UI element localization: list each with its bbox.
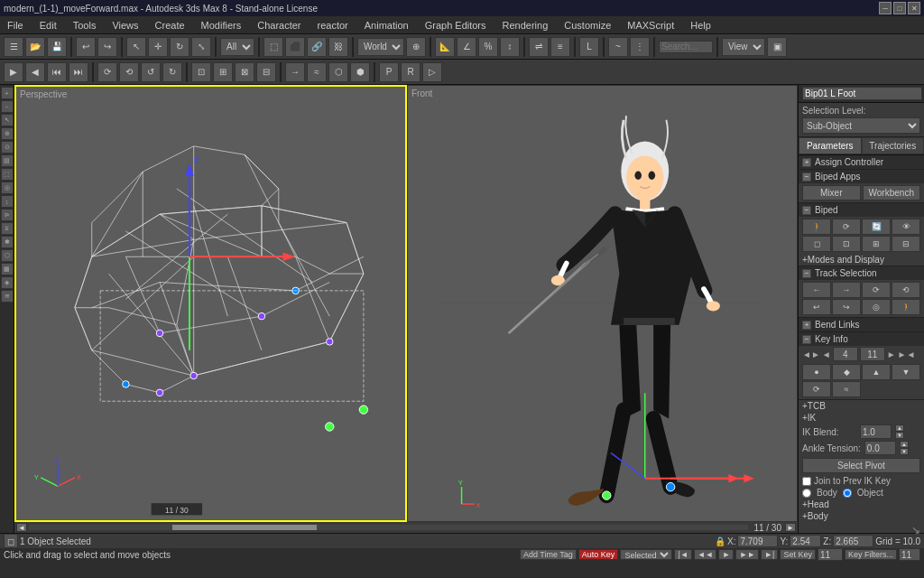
selection-level-dropdown[interactable]: Sub-Object — [802, 117, 920, 134]
ts-icon-1[interactable]: ← — [802, 282, 831, 298]
sel-filter-btn[interactable]: ⬚ — [263, 37, 283, 57]
menu-character[interactable]: Character — [254, 20, 304, 31]
anim-btn2[interactable]: ◀ — [25, 62, 45, 82]
menu-create[interactable]: Create — [152, 20, 189, 31]
ki-right-btn[interactable]: ► — [887, 350, 896, 359]
key-filters-btn[interactable]: Key Filters... — [845, 549, 897, 560]
join-prev-checkbox[interactable] — [802, 477, 811, 486]
viewport-perspective[interactable]: Perspective X Y — [14, 85, 407, 522]
ik-label[interactable]: +IK — [799, 412, 924, 424]
render-setup-btn[interactable]: R — [401, 62, 420, 82]
menu-help[interactable]: Help — [687, 20, 715, 31]
biped-icon-2[interactable]: ⟳ — [832, 219, 861, 235]
save-button[interactable]: 💾 — [47, 37, 67, 57]
render-btn[interactable]: ▷ — [422, 62, 442, 82]
body-plus-label[interactable]: +Body — [799, 510, 924, 522]
undo-button[interactable]: ↩ — [76, 37, 96, 57]
scroll-left-btn[interactable]: ◄ — [16, 523, 27, 532]
ik-blend-down[interactable]: ▼ — [895, 432, 904, 439]
next-frame-btn[interactable]: ►| — [761, 549, 778, 560]
head-label[interactable]: +Head — [799, 499, 924, 510]
menu-edit[interactable]: Edit — [36, 20, 60, 31]
unlink-btn[interactable]: ⛓ — [328, 37, 348, 57]
anim-btn6[interactable]: ⟲ — [119, 62, 139, 82]
align-btn[interactable]: ≡ — [550, 37, 570, 57]
lp-btn-3[interactable]: ↖ — [1, 114, 14, 126]
scroll-right-btn[interactable]: ► — [785, 523, 796, 532]
lp-btn-1[interactable]: + — [1, 87, 14, 99]
ankle-tension-input[interactable] — [864, 441, 896, 455]
biped-apps-toggle[interactable]: − — [802, 172, 811, 182]
ik-blend-up[interactable]: ▲ — [895, 424, 904, 432]
anim-btn4[interactable]: ⏭ — [69, 62, 88, 82]
lp-btn-6[interactable]: ▤ — [1, 154, 14, 167]
biped-icon-5[interactable]: ◻ — [802, 236, 831, 252]
menu-animation[interactable]: Animation — [361, 20, 412, 31]
biped-icon-8[interactable]: ⊟ — [892, 236, 920, 252]
assign-controller-toggle[interactable]: + — [802, 158, 811, 167]
sel-filter-btn2[interactable]: ⬛ — [285, 37, 305, 57]
bend-links-header[interactable]: + Bend Links — [799, 318, 924, 331]
biped-icon-7[interactable]: ⊞ — [862, 236, 891, 252]
ki-left-btn[interactable]: ◄ — [822, 350, 831, 359]
track-selection-toggle[interactable]: − — [802, 269, 811, 278]
anim-btn3[interactable]: ⏮ — [47, 62, 67, 82]
ki-left-arrow[interactable]: ◄► — [802, 350, 820, 359]
tab-trajectories[interactable]: Trajectories — [862, 137, 925, 154]
select-pivot-button[interactable]: Select Pivot — [802, 458, 920, 473]
lp-btn-5[interactable]: ⊙ — [1, 141, 14, 154]
biped-icon-3[interactable]: 🔄 — [862, 219, 891, 235]
workbench-button[interactable]: Workbench — [863, 185, 921, 200]
frame-input[interactable] — [818, 548, 843, 561]
assign-controller-header[interactable]: + Assign Controller — [799, 155, 924, 169]
y-coord-input[interactable] — [790, 535, 821, 547]
lp-btn-11[interactable]: ⧖ — [1, 222, 14, 235]
param-btn[interactable]: P — [379, 62, 399, 82]
spinner-snap-btn[interactable]: ↕ — [500, 37, 520, 57]
lp-btn-15[interactable]: ◈ — [1, 276, 14, 289]
dope-btn[interactable]: ⋮ — [630, 37, 650, 57]
key-info-header[interactable]: − Key Info — [799, 332, 924, 346]
mixer-button[interactable]: Mixer — [802, 185, 861, 200]
lp-btn-13[interactable]: ⬡ — [1, 249, 14, 262]
anim-btn1[interactable]: ▶ — [4, 62, 23, 82]
anim-btn9[interactable]: ⊡ — [191, 62, 211, 82]
ts-icon-8[interactable]: 🚶 — [892, 299, 920, 315]
ki-icon-3[interactable]: ▲ — [862, 364, 891, 380]
auto-key-btn[interactable]: Auto Key — [578, 549, 619, 560]
track-selection-header[interactable]: − Track Selection — [799, 266, 924, 280]
set-key-btn[interactable]: Set Key — [780, 549, 816, 560]
z-coord-input[interactable] — [833, 535, 873, 547]
lp-btn-14[interactable]: ▦ — [1, 263, 14, 275]
object-name-input[interactable] — [802, 87, 922, 100]
ki-value2-input[interactable] — [860, 347, 885, 361]
viewport-front[interactable]: Front X Y — [407, 85, 798, 522]
tcb-label[interactable]: +TCB — [799, 400, 924, 412]
new-button[interactable]: ☰ — [4, 37, 23, 57]
ts-icon-7[interactable]: ◎ — [862, 299, 891, 315]
scale-button[interactable]: ⤡ — [191, 37, 211, 57]
key-info-toggle[interactable]: − — [802, 335, 811, 344]
ts-icon-3[interactable]: ⟳ — [862, 282, 891, 298]
bend-links-toggle[interactable]: + — [802, 321, 811, 330]
lp-btn-7[interactable]: ⬚ — [1, 168, 14, 181]
ankle-tension-down[interactable]: ▼ — [900, 448, 909, 455]
selected-dropdown[interactable]: Selected — [620, 549, 672, 560]
rotate-button[interactable]: ↻ — [170, 37, 189, 57]
menu-file[interactable]: File — [4, 20, 27, 31]
ref-btn[interactable]: ⊕ — [406, 37, 426, 57]
tab-parameters[interactable]: Parameters — [799, 137, 862, 154]
scroll-track[interactable] — [29, 525, 748, 530]
frame-input2[interactable] — [899, 548, 920, 561]
link-btn[interactable]: 🔗 — [307, 37, 327, 57]
material-btn[interactable]: ⬢ — [350, 62, 370, 82]
play-btn[interactable]: ► — [718, 549, 734, 560]
ki-icon-5[interactable]: ⟳ — [802, 381, 831, 397]
anim-btn11[interactable]: ⊠ — [235, 62, 254, 82]
biped-toggle[interactable]: − — [802, 206, 811, 215]
ik-blend-input[interactable] — [860, 424, 892, 439]
ref-coord-dropdown[interactable]: World — [357, 38, 404, 56]
lp-btn-16[interactable]: ≋ — [1, 290, 14, 303]
ki-icon-1[interactable]: ● — [802, 364, 831, 380]
menu-customize[interactable]: Customize — [560, 20, 614, 31]
